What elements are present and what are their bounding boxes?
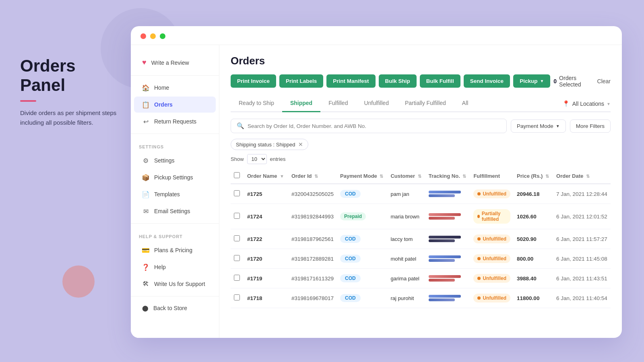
sidebar-item-write-review[interactable]: ♥ Write a Review [134, 54, 216, 71]
location-select[interactable]: 📍 All Locations ▼ [562, 100, 611, 111]
help-icon: ❓ [142, 263, 149, 271]
search-input[interactable] [248, 123, 501, 129]
col-order-date-label: Order Date [556, 173, 583, 179]
help-section-header: HELP & SUPPORT [131, 228, 219, 241]
cell-order-date: 6 Jan, 2021 11:43:51 [553, 269, 611, 288]
entries-select[interactable]: 10 25 50 [247, 154, 267, 164]
send-invoice-button[interactable]: Send Invoice [464, 74, 510, 88]
tab-shipped[interactable]: Shipped [282, 96, 320, 112]
row-checkbox-3[interactable] [234, 255, 240, 261]
dot-green[interactable] [160, 33, 165, 39]
cell-order-id: #3198187962561 [288, 229, 337, 249]
pickup-button[interactable]: Pickup ▼ [513, 74, 550, 88]
cell-payment-mode: COD [337, 184, 387, 204]
cell-fulfillment: Unfulfilled [470, 269, 514, 288]
row-checkbox-1[interactable] [234, 213, 240, 219]
sidebar-item-home[interactable]: 🏠 Home [134, 80, 216, 96]
cell-customer: laccy tom [387, 229, 425, 249]
orders-selected-count: 0 [553, 78, 557, 84]
row-checkbox-4[interactable] [234, 275, 240, 281]
cell-payment-mode: COD [337, 288, 387, 308]
payment-badge: COD [340, 255, 361, 263]
location-label: All Locations [572, 101, 604, 107]
sidebar-item-plans-pricing[interactable]: 💳 Plans & Pricing [134, 242, 216, 258]
col-order-name[interactable]: Order Name ▼ [244, 168, 288, 184]
table-row: #1724 #3198192844993 Prepaid maria brown… [231, 204, 611, 229]
fulfillment-dot [477, 237, 481, 241]
col-payment-mode-label: Payment Mode [340, 173, 377, 179]
col-price[interactable]: Price (Rs.) ⇅ [514, 168, 553, 184]
sidebar-item-templates[interactable]: 📄 Templates [134, 186, 216, 202]
show-label: Show [231, 156, 244, 162]
print-labels-button[interactable]: Print Labels [279, 74, 323, 88]
dot-red[interactable] [140, 33, 146, 39]
col-tracking-no[interactable]: Tracking No. ⇅ [425, 168, 471, 184]
tracking-line-1 [429, 213, 461, 216]
tab-all[interactable]: All [454, 96, 477, 112]
cell-order-name: #1718 [244, 288, 288, 308]
sidebar-item-orders[interactable]: 📋 Orders [134, 97, 216, 113]
fulfillment-badge: Unfulfilled [473, 189, 510, 198]
cell-payment-mode: COD [337, 229, 387, 249]
print-invoice-button[interactable]: Print Invoice [231, 74, 276, 88]
location-chevron-icon: ▼ [607, 102, 611, 106]
table-container: Order Name ▼ Order Id ⇅ Payment Mode ⇅ [231, 168, 611, 338]
cell-order-date: 6 Jan, 2021 11:57:27 [553, 229, 611, 249]
cell-customer: mohit patel [387, 249, 425, 269]
payment-badge: COD [340, 235, 361, 243]
sidebar-item-help[interactable]: ❓ Help [134, 259, 216, 275]
sidebar-item-return-requests[interactable]: ↩ Return Requests [134, 113, 216, 130]
tracking-image [429, 236, 467, 242]
clear-button[interactable]: Clear [597, 78, 611, 84]
heart-icon: ♥ [142, 58, 147, 67]
select-all-checkbox[interactable] [234, 172, 240, 178]
tab-ready-to-ship[interactable]: Ready to Ship [231, 96, 282, 112]
dot-yellow[interactable] [150, 33, 156, 39]
payment-mode-filter[interactable]: Payment Mode ▼ [511, 119, 566, 133]
col-payment-mode[interactable]: Payment Mode ⇅ [337, 168, 387, 184]
tab-unfulfilled[interactable]: Unfulfilled [356, 96, 396, 112]
home-icon: 🏠 [142, 84, 149, 91]
sidebar-item-settings[interactable]: ⚙ Settings [134, 152, 216, 169]
sidebar-item-back-to-store[interactable]: ⬤ Back to Store [134, 300, 216, 316]
row-checkbox-0[interactable] [234, 190, 240, 196]
sidebar-divider-2 [131, 134, 219, 134]
tracking-image [429, 191, 467, 197]
col-customer[interactable]: Customer ⇅ [387, 168, 425, 184]
bulk-fulfill-button[interactable]: Bulk Fulfill [420, 74, 460, 88]
tab-partially-fulfilled[interactable]: Partially Fulfilled [397, 96, 454, 112]
cell-order-id: #3198192844993 [288, 204, 337, 229]
tracking-image [429, 275, 467, 282]
cell-fulfillment: Unfulfilled [470, 229, 514, 249]
col-order-name-label: Order Name [247, 173, 277, 179]
sidebar-divider-4 [131, 296, 219, 296]
table-header-row: Order Name ▼ Order Id ⇅ Payment Mode ⇅ [231, 168, 611, 184]
cell-order-id: #3198171611329 [288, 269, 337, 288]
col-order-id[interactable]: Order Id ⇅ [288, 168, 337, 184]
tab-fulfilled[interactable]: Fulfilled [320, 96, 356, 112]
cell-order-name: #1722 [244, 229, 288, 249]
sidebar-item-label-back: Back to Store [153, 305, 187, 311]
cell-order-id: #3198169678017 [288, 288, 337, 308]
fulfillment-badge: Unfulfilled [473, 234, 510, 243]
cell-order-date: 6 Jan, 2021 11:45:08 [553, 249, 611, 269]
row-checkbox-2[interactable] [234, 235, 240, 241]
cell-order-name: #1720 [244, 249, 288, 269]
cell-tracking-no [425, 184, 471, 204]
bulk-ship-button[interactable]: Bulk Ship [379, 74, 417, 88]
sidebar-item-email-settings[interactable]: ✉ Email Settings [134, 203, 216, 219]
col-order-date[interactable]: Order Date ⇅ [553, 168, 611, 184]
more-filters-button[interactable]: More Filters [570, 119, 611, 133]
cell-order-id: #3198172889281 [288, 249, 337, 269]
sidebar-divider-1 [131, 75, 219, 76]
cell-checkbox [231, 249, 244, 269]
cell-checkbox [231, 269, 244, 288]
print-manifest-button[interactable]: Print Manifest [326, 74, 375, 88]
filter-tag-close-icon[interactable]: ✕ [298, 141, 303, 148]
search-box: 🔍 [231, 119, 507, 133]
col-tracking-no-label: Tracking No. [429, 173, 460, 179]
sidebar-item-write-support[interactable]: 🛠 Write Us for Support [134, 276, 216, 292]
sidebar-item-pickup-settings[interactable]: 📦 Pickup Settings [134, 169, 216, 185]
email-settings-icon: ✉ [142, 208, 149, 215]
row-checkbox-5[interactable] [234, 294, 240, 300]
